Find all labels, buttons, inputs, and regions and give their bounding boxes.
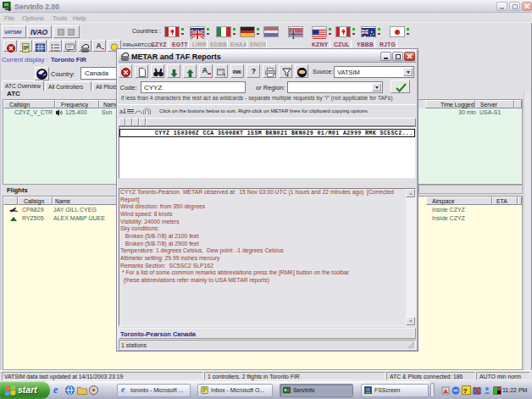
svg-text:IP: IP	[23, 45, 29, 51]
svg-text:a: a	[119, 108, 123, 114]
svg-text:?: ?	[463, 387, 468, 395]
